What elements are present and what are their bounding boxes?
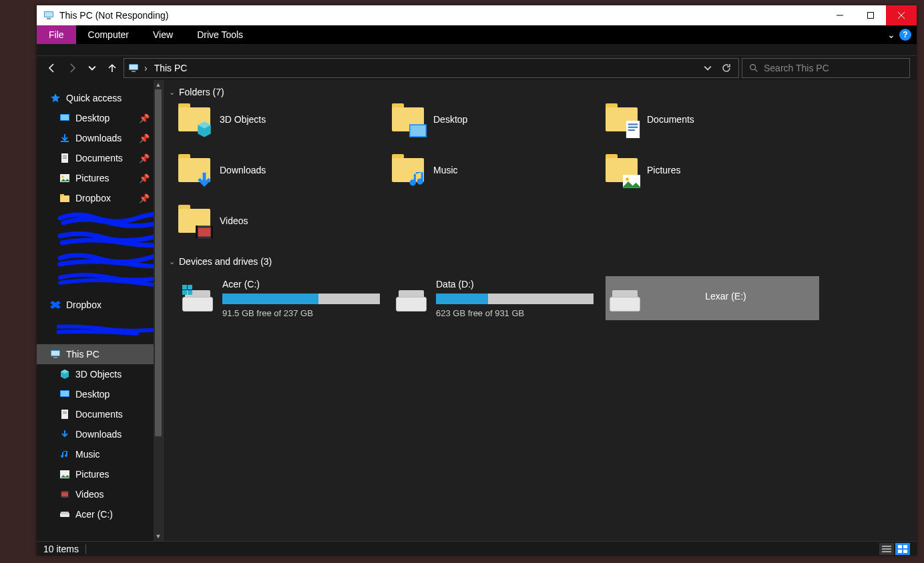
drive-acer-c[interactable]: Acer (C:) 91.5 GB free of 237 GB [178, 276, 392, 320]
sidebar-pc-pictures[interactable]: Pictures [37, 464, 154, 484]
svg-rect-27 [61, 391, 69, 396]
drive-icon [610, 285, 640, 312]
scroll-up-icon[interactable]: ▲ [154, 80, 163, 89]
minimize-button[interactable] [825, 5, 855, 25]
folder-desktop[interactable]: Desktop [392, 103, 606, 136]
dropbox-folder-icon [59, 193, 70, 203]
sidebar-pc-desktop[interactable]: Desktop [37, 384, 154, 404]
folder-icon [392, 154, 424, 186]
menu-file[interactable]: File [37, 25, 76, 44]
sidebar-item-label: Desktop [75, 113, 109, 123]
drives-section-header[interactable]: ⌄ Devices and drives (3) [169, 249, 917, 272]
drive-lexar-e[interactable]: Lexar (E:) [606, 276, 819, 320]
drive-free-text: 91.5 GB free of 237 GB [222, 308, 388, 318]
navigation-row: › This PC [37, 56, 917, 80]
sidebar-item-label: Videos [75, 489, 104, 500]
search-input[interactable] [764, 63, 903, 73]
sidebar-item-label: Quick access [66, 93, 122, 103]
sidebar-qa-dropbox[interactable]: Dropbox 📌 [37, 188, 154, 208]
search-box[interactable] [742, 58, 910, 78]
folder-3d-objects[interactable]: 3D Objects [178, 103, 392, 136]
this-pc-icon [50, 349, 61, 360]
documents-icon [59, 409, 70, 420]
breadcrumb-separator-icon[interactable]: › [143, 63, 149, 73]
scroll-down-icon[interactable]: ▼ [154, 532, 163, 541]
nav-forward-button[interactable] [63, 59, 81, 77]
sidebar-scrollbar[interactable]: ▲ ▼ [154, 80, 163, 541]
sidebar-dropbox[interactable]: Dropbox [37, 295, 154, 315]
folder-icon [606, 154, 638, 186]
sidebar-qa-documents[interactable]: Documents 📌 [37, 148, 154, 168]
svg-rect-47 [198, 228, 211, 237]
section-title: Folders (7) [179, 87, 224, 97]
folder-videos[interactable]: Videos [178, 204, 392, 237]
folder-label: Pictures [647, 165, 681, 175]
redacted-item [57, 228, 154, 248]
nav-up-button[interactable] [103, 59, 121, 77]
folder-documents[interactable]: Documents [606, 103, 819, 136]
maximize-button[interactable] [855, 5, 886, 25]
close-button[interactable] [886, 5, 917, 25]
menu-drive-tools[interactable]: Drive Tools [185, 25, 255, 44]
svg-point-20 [62, 176, 64, 178]
sidebar-pc-music[interactable]: Music [37, 444, 154, 464]
sidebar-item-label: Music [75, 449, 100, 460]
folder-icon [178, 205, 210, 237]
breadcrumb-location[interactable]: This PC [153, 63, 189, 73]
svg-rect-17 [63, 157, 67, 157]
svg-rect-22 [60, 194, 64, 196]
svg-point-45 [626, 177, 629, 181]
sidebar-qa-desktop[interactable]: Desktop 📌 [37, 108, 154, 128]
svg-rect-18 [63, 158, 67, 159]
folders-section-header[interactable]: ⌄ Folders (7) [169, 80, 917, 103]
folder-icon [392, 103, 424, 135]
nav-recent-button[interactable] [83, 59, 101, 77]
svg-rect-55 [882, 548, 891, 550]
folder-music[interactable]: Music [392, 153, 606, 187]
sidebar-pc-3d-objects[interactable]: 3D Objects [37, 364, 154, 384]
view-details-button[interactable] [879, 543, 894, 555]
sidebar-item-label: Dropbox [75, 193, 111, 203]
pictures-icon [59, 173, 70, 183]
folder-pictures[interactable]: Pictures [606, 153, 819, 187]
refresh-button[interactable] [718, 60, 734, 76]
sidebar-qa-downloads[interactable]: Downloads 📌 [37, 128, 154, 148]
svg-rect-33 [61, 492, 68, 496]
sidebar-this-pc[interactable]: This PC [37, 344, 154, 364]
drive-icon [182, 285, 213, 312]
svg-rect-14 [61, 141, 69, 142]
scrollbar-thumb[interactable] [155, 89, 162, 436]
sidebar-item-label: Downloads [75, 133, 122, 143]
sidebar-pc-drive-c[interactable]: Acer (C:) [37, 504, 154, 524]
drive-name: Data (D:) [436, 279, 602, 290]
address-history-button[interactable] [700, 60, 716, 76]
sidebar-pc-documents[interactable]: Documents [37, 404, 154, 424]
sidebar-item-label: Pictures [75, 469, 109, 480]
desktop-icon [59, 389, 70, 400]
help-icon[interactable]: ? [899, 29, 911, 41]
menu-computer[interactable]: Computer [76, 25, 141, 44]
sidebar-pc-videos[interactable]: Videos [37, 484, 154, 504]
menu-view[interactable]: View [141, 25, 185, 44]
folder-label: Desktop [433, 114, 467, 125]
svg-rect-43 [628, 129, 635, 131]
sidebar-qa-pictures[interactable]: Pictures 📌 [37, 168, 154, 188]
ribbon-collapse-icon[interactable]: ⌄ [887, 29, 895, 40]
sidebar-item-label: Documents [75, 153, 123, 163]
drive-icon [396, 285, 427, 312]
svg-rect-1 [45, 12, 53, 17]
music-icon [59, 449, 70, 460]
sidebar-pc-downloads[interactable]: Downloads [37, 424, 154, 444]
nav-back-button[interactable] [43, 59, 61, 77]
downloads-icon [59, 133, 70, 143]
svg-rect-4 [868, 13, 874, 19]
address-bar[interactable]: › This PC [124, 58, 739, 78]
svg-rect-21 [60, 195, 69, 202]
svg-rect-30 [63, 413, 67, 414]
sidebar-quick-access[interactable]: Quick access [37, 88, 154, 108]
drive-data-d[interactable]: Data (D:) 623 GB free of 931 GB [392, 276, 606, 320]
pin-icon: 📌 [139, 133, 150, 143]
folder-downloads[interactable]: Downloads [178, 153, 392, 187]
downloads-overlay-icon [196, 171, 213, 189]
view-tiles-button[interactable] [895, 543, 910, 555]
